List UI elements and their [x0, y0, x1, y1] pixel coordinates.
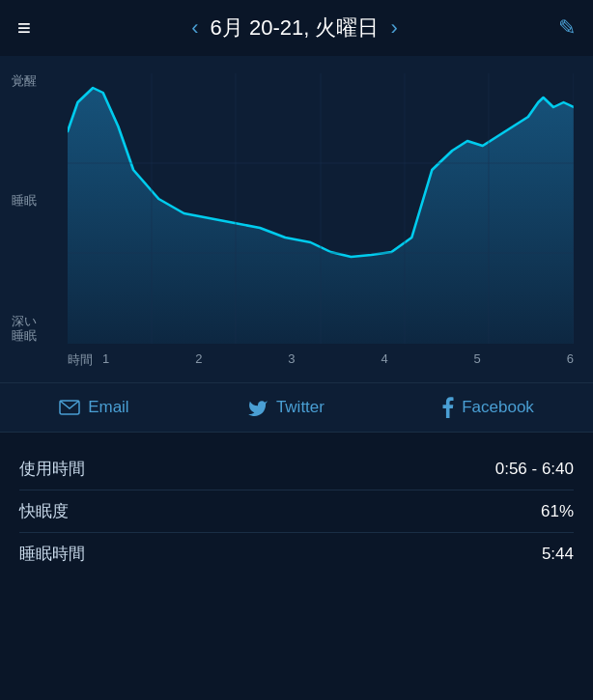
x-label-4: 4 [381, 351, 387, 369]
y-label-sleep: 睡眠 [12, 193, 37, 209]
sleep-svg [68, 73, 574, 344]
twitter-icon [247, 399, 268, 416]
x-label-1: 1 [102, 351, 109, 369]
sleep-chart-container: 覚醒 睡眠 深い睡眠 [0, 56, 593, 382]
stat-value-quality: 61% [541, 502, 574, 521]
share-section: Email Twitter Facebook [0, 382, 593, 432]
email-share-button[interactable]: Email [59, 398, 129, 417]
chart-area [68, 73, 574, 344]
prev-button[interactable]: ‹ [191, 15, 198, 41]
app-header: ≡ ‹ 6月 20-21, 火曜日 › ✎ [0, 0, 593, 56]
stat-label-sleep-time: 睡眠時間 [19, 543, 85, 565]
header-center: ‹ 6月 20-21, 火曜日 › [191, 14, 398, 42]
stat-row-quality: 快眠度 61% [19, 490, 574, 533]
stat-value-sleep-time: 5:44 [542, 545, 574, 564]
stat-row-sleep-time: 睡眠時間 5:44 [19, 533, 574, 574]
x-label-6: 6 [567, 351, 574, 369]
x-axis-labels: 時間 1 2 3 4 5 6 [68, 344, 574, 373]
stat-label-quality: 快眠度 [19, 500, 69, 522]
facebook-icon [442, 397, 454, 418]
stat-row-usage: 使用時間 0:56 - 6:40 [19, 448, 574, 490]
page-title: 6月 20-21, 火曜日 [211, 14, 380, 42]
stats-section: 使用時間 0:56 - 6:40 快眠度 61% 睡眠時間 5:44 [0, 432, 593, 590]
twitter-share-button[interactable]: Twitter [247, 398, 325, 417]
email-icon [59, 400, 80, 415]
y-label-awake: 覚醒 [12, 73, 37, 89]
x-label-2: 2 [195, 351, 202, 369]
stat-label-usage: 使用時間 [19, 458, 85, 480]
y-label-deep-sleep: 深い睡眠 [12, 314, 37, 344]
y-axis-labels: 覚醒 睡眠 深い睡眠 [12, 73, 37, 344]
next-button[interactable]: › [390, 15, 397, 41]
x-label-5: 5 [474, 351, 481, 369]
menu-icon[interactable]: ≡ [17, 14, 31, 42]
x-label-3: 3 [288, 351, 295, 369]
x-label-jikan: 時間 [68, 351, 93, 369]
facebook-share-button[interactable]: Facebook [442, 397, 534, 418]
edit-button[interactable]: ✎ [558, 15, 576, 41]
stat-value-usage: 0:56 - 6:40 [495, 460, 574, 479]
